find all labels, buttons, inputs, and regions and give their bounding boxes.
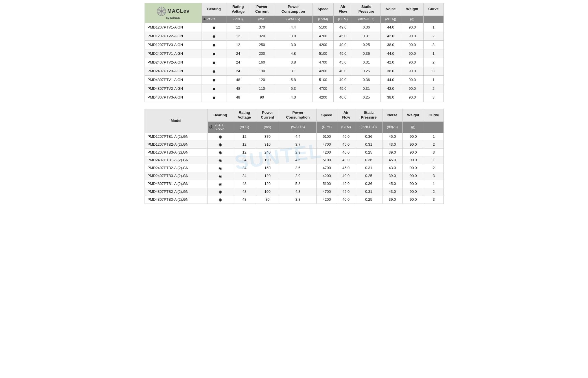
maglev-section: MAGLev by SUNON Bearing RatingVoltage Po… <box>145 3 444 102</box>
maglev-table: MAGLev by SUNON Bearing RatingVoltage Po… <box>145 3 444 102</box>
current-cell: 130 <box>250 67 274 76</box>
noise-cell: 45.0 <box>382 156 402 164</box>
flow-cell: 45.0 <box>337 164 355 172</box>
bearing-dot-2 <box>209 125 213 129</box>
current-cell: 160 <box>250 58 274 67</box>
flow-cell: 49.0 <box>337 180 355 188</box>
pressure-cell: 0.31 <box>355 164 382 172</box>
noise-cell: 39.0 <box>382 196 402 204</box>
power-cell: 5.8 <box>274 76 312 84</box>
pressure-cell: 0.25 <box>355 148 382 156</box>
model-cell: PMD4807PTV1-A GN <box>145 76 202 84</box>
col-current: PowerCurrent <box>250 3 274 16</box>
col-power-2: PowerConsumption <box>279 109 317 122</box>
table-row: PMD4807PTB2-A (2).GN ◉ 48 100 4.8 4700 4… <box>145 188 443 196</box>
curve-cell: 1 <box>423 23 443 32</box>
power-cell: 5.3 <box>274 84 312 93</box>
model-cell: PMD4807PTB1-A (2).GN <box>145 180 207 188</box>
bearing-cell: ● <box>202 32 226 41</box>
brand-sub: by SUNON <box>166 16 180 20</box>
logo-top: MAGLev <box>157 6 190 16</box>
voltage-cell: 48 <box>233 188 256 196</box>
curve-cell: 3 <box>423 93 443 102</box>
noise-cell: 38.0 <box>380 93 401 102</box>
table-row: PMD4807PTV2-A GN ● 48 110 5.3 4700 45.0 … <box>145 84 443 93</box>
speed-cell: 5100 <box>317 180 337 188</box>
col-bearing-2: Bearing <box>207 109 233 122</box>
unit-speed-2: (RPM) <box>317 122 337 133</box>
noise-cell: 38.0 <box>380 41 401 49</box>
curve-cell: 1 <box>423 49 443 58</box>
curve-cell: 1 <box>424 133 443 141</box>
noise-cell: 43.0 <box>382 141 402 148</box>
current-cell: 240 <box>256 148 279 156</box>
unit-flow: (CFM) <box>333 16 352 23</box>
speed-cell: 4700 <box>317 164 337 172</box>
speed-cell: 5100 <box>313 76 334 84</box>
curve-cell: 2 <box>423 32 443 41</box>
unit-voltage: (VDC) <box>226 16 250 23</box>
bearing-cell: ◉ <box>207 141 233 148</box>
weight-cell: 90.0 <box>402 133 424 141</box>
model-cell: PMD2407PTV2-A GN <box>145 58 202 67</box>
speed-cell: 4700 <box>313 32 334 41</box>
flow-cell: 45.0 <box>337 188 355 196</box>
voltage-cell: 24 <box>233 164 256 172</box>
bearing-text-2: 2BALLSleeve <box>215 123 224 131</box>
unit-flow-2: (CFM) <box>337 122 355 133</box>
weight-cell: 90.0 <box>401 41 424 49</box>
model-header: Model <box>145 109 207 133</box>
bearing-cell: ● <box>202 76 226 84</box>
table-row: PMD2407PTB1-A (2).GN ◉ 24 190 4.6 5100 4… <box>145 156 443 164</box>
unit-power-2: (WATTS) <box>279 122 317 133</box>
bearing-cell: ● <box>202 84 226 93</box>
model-cell: PMD1207PTV2-A GN <box>145 32 202 41</box>
pressure-cell: 0.25 <box>352 67 380 76</box>
power-cell: 3.8 <box>274 58 312 67</box>
page-wrapper: MAGLev by SUNON Bearing RatingVoltage Po… <box>145 3 444 204</box>
col-power: PowerConsumption <box>274 3 312 16</box>
model-cell: PMD4807PTB3-A (2).GN <box>145 196 207 204</box>
current-cell: 120 <box>256 172 279 180</box>
speed-cell: 5100 <box>313 23 334 32</box>
speed-cell: 4700 <box>317 188 337 196</box>
noise-cell: 42.0 <box>380 58 401 67</box>
table-row: PMD1207PTV1-A GN ● 12 370 4.4 5100 49.0 … <box>145 23 443 32</box>
weight-cell: 90.0 <box>401 49 424 58</box>
noise-cell: 42.0 <box>380 32 401 41</box>
svg-point-5 <box>160 12 162 16</box>
voltage-cell: 24 <box>226 67 250 76</box>
curve-cell: 1 <box>424 156 443 164</box>
bearing-cell: ◉ <box>207 188 233 196</box>
table-row: PMD2407PTV3-A GN ● 24 130 3.1 4200 40.0 … <box>145 67 443 76</box>
pressure-cell: 0.36 <box>355 180 382 188</box>
model-cell: PMD4807PTV3-A GN <box>145 93 202 102</box>
unit-pressure-2: (inch-H₂O) <box>355 122 382 133</box>
current-cell: 80 <box>256 196 279 204</box>
curve-cell: 2 <box>423 58 443 67</box>
bearing-cell: ● <box>202 93 226 102</box>
bearing-type-2: 2BALLSleeve <box>207 122 233 133</box>
brand-name: MAGLev <box>167 8 190 14</box>
bearing-cell: ◉ <box>207 172 233 180</box>
noise-cell: 38.0 <box>380 67 401 76</box>
current-cell: 310 <box>256 141 279 148</box>
col-current-2: PowerCurrent <box>256 109 279 122</box>
flow-cell: 45.0 <box>333 84 352 93</box>
current-cell: 320 <box>250 32 274 41</box>
table-row: PMD2407PTV1-A GN ● 24 200 4.8 5100 49.0 … <box>145 49 443 58</box>
pressure-cell: 0.36 <box>352 23 380 32</box>
bearing-type: VAPO <box>202 16 226 23</box>
unit-noise: (dB(A)) <box>380 16 401 23</box>
weight-cell: 90.0 <box>402 188 424 196</box>
flow-cell: 45.0 <box>337 141 355 148</box>
model-cell: PMD1207PTB3-A (2).GN <box>145 148 207 156</box>
curve-cell: 3 <box>423 41 443 49</box>
power-cell: 4.8 <box>279 188 317 196</box>
model-cell: PMD4807PTV2-A GN <box>145 84 202 93</box>
speed-cell: 4700 <box>313 58 334 67</box>
flow-cell: 49.0 <box>333 49 352 58</box>
flow-cell: 40.0 <box>337 196 355 204</box>
unit-pressure: (inch-H₂O) <box>352 16 380 23</box>
weight-cell: 90.0 <box>401 23 424 32</box>
